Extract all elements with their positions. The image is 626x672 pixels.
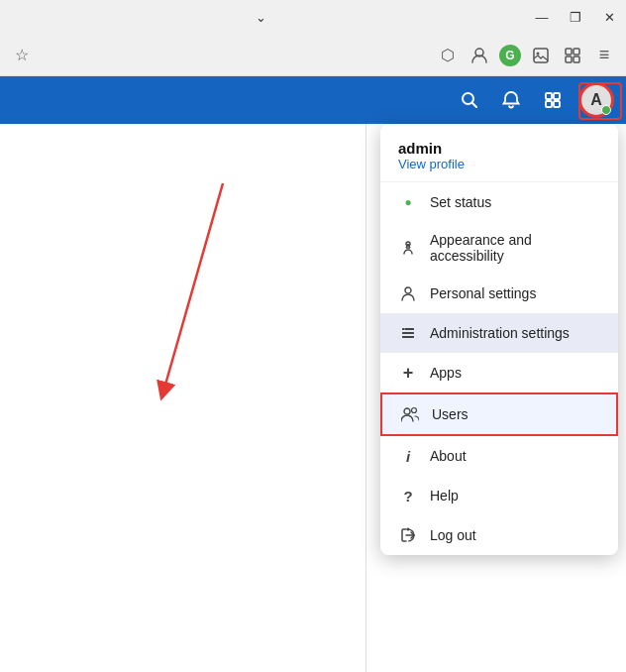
svg-rect-8 bbox=[546, 93, 552, 99]
svg-rect-20 bbox=[404, 328, 405, 330]
menu-item-admin-settings[interactable]: Administration settings bbox=[380, 313, 618, 353]
bookmark-icon[interactable]: ☆ bbox=[10, 44, 34, 67]
svg-rect-17 bbox=[402, 328, 414, 330]
app-header: A bbox=[0, 76, 626, 124]
chevron-down-icon[interactable]: ⌄ bbox=[252, 9, 269, 27]
image-icon[interactable] bbox=[529, 44, 553, 67]
menu-item-set-status[interactable]: ● Set status bbox=[380, 182, 618, 222]
svg-rect-3 bbox=[566, 49, 572, 55]
help-icon: ? bbox=[398, 486, 418, 505]
admin-settings-label: Administration settings bbox=[430, 325, 570, 341]
admin-settings-icon bbox=[398, 323, 418, 343]
search-icon[interactable] bbox=[454, 84, 485, 116]
avatar-status-indicator bbox=[601, 105, 611, 115]
menu-item-personal-settings[interactable]: Personal settings bbox=[380, 274, 618, 313]
svg-rect-4 bbox=[574, 49, 579, 55]
svg-rect-1 bbox=[534, 49, 548, 62]
menu-item-help[interactable]: ? Help bbox=[380, 476, 618, 515]
appearance-label: Appearance and accessibility bbox=[430, 232, 600, 264]
user-avatar-button[interactable]: A bbox=[578, 82, 614, 118]
about-icon: i bbox=[398, 446, 418, 466]
status-dot-icon: ● bbox=[398, 192, 418, 212]
window-titlebar: ⌄ — ❐ ✕ bbox=[0, 0, 626, 35]
pocket-icon[interactable]: ⬡ bbox=[436, 44, 460, 67]
translate-icon[interactable]: G bbox=[499, 45, 521, 66]
restore-button[interactable]: ❐ bbox=[567, 9, 584, 27]
svg-point-21 bbox=[404, 408, 410, 414]
appearance-icon bbox=[398, 238, 418, 258]
svg-rect-10 bbox=[546, 101, 552, 107]
set-status-label: Set status bbox=[430, 194, 491, 210]
logout-label: Log out bbox=[430, 527, 476, 543]
menu-item-about[interactable]: i About bbox=[380, 436, 618, 476]
close-button[interactable]: ✕ bbox=[600, 9, 618, 27]
menu-icon[interactable]: ≡ bbox=[592, 44, 616, 67]
personal-settings-icon bbox=[398, 283, 418, 303]
menu-item-users[interactable]: Users bbox=[380, 392, 618, 436]
browser-toolbar: ☆ ⬡ G ≡ bbox=[0, 35, 626, 76]
personal-settings-label: Personal settings bbox=[430, 285, 536, 301]
apps-icon: + bbox=[398, 363, 418, 383]
svg-rect-18 bbox=[402, 332, 414, 334]
profile-icon[interactable] bbox=[468, 44, 491, 67]
notifications-icon[interactable] bbox=[495, 84, 527, 116]
minimize-button[interactable]: — bbox=[533, 9, 551, 27]
menu-item-appearance[interactable]: Appearance and accessibility bbox=[380, 222, 618, 274]
view-profile-link[interactable]: View profile bbox=[398, 157, 600, 171]
svg-rect-6 bbox=[574, 56, 579, 62]
svg-point-22 bbox=[412, 408, 417, 413]
main-content: admin View profile ● Set status Appearan… bbox=[0, 124, 626, 672]
users-label: Users bbox=[432, 406, 469, 422]
dropdown-username: admin bbox=[398, 140, 600, 157]
svg-rect-5 bbox=[566, 56, 572, 62]
logout-icon bbox=[398, 525, 418, 545]
svg-rect-9 bbox=[554, 93, 560, 99]
dropdown-header: admin View profile bbox=[380, 124, 618, 182]
user-dropdown-menu: admin View profile ● Set status Appearan… bbox=[380, 124, 618, 555]
menu-item-apps[interactable]: + Apps bbox=[380, 353, 618, 392]
grid-icon[interactable] bbox=[537, 84, 569, 116]
svg-point-16 bbox=[405, 287, 411, 293]
users-icon bbox=[400, 404, 420, 424]
svg-rect-11 bbox=[554, 101, 560, 107]
sidebar bbox=[0, 124, 366, 672]
extensions-icon[interactable] bbox=[561, 44, 584, 67]
svg-point-2 bbox=[537, 52, 540, 55]
help-label: Help bbox=[430, 488, 459, 504]
menu-item-logout[interactable]: Log out bbox=[380, 515, 618, 555]
svg-rect-19 bbox=[402, 336, 414, 338]
about-label: About bbox=[430, 448, 467, 464]
apps-label: Apps bbox=[430, 365, 462, 381]
